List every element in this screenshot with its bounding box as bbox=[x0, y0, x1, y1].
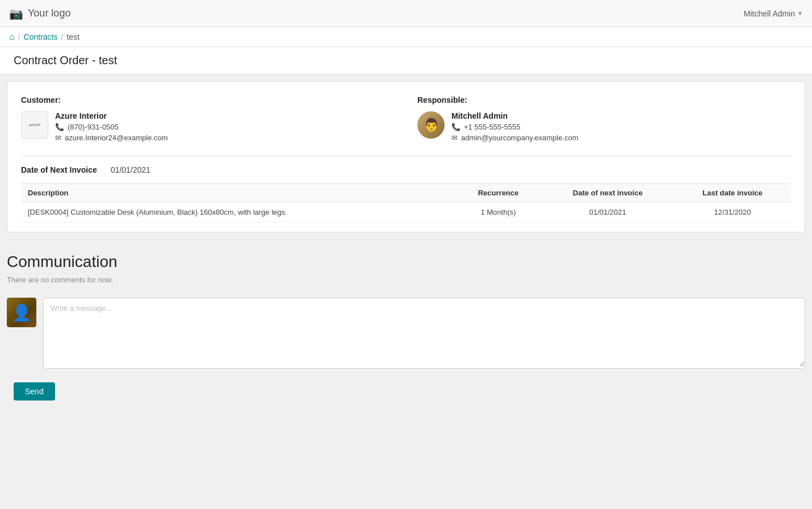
cell-description: [DESK0004] Customizable Desk (Aluminium,… bbox=[21, 202, 455, 223]
col-date-next: Date of next invoice bbox=[541, 184, 674, 202]
page-title: Contract Order - test bbox=[14, 54, 798, 67]
customer-name: Azure Interior bbox=[55, 111, 168, 120]
contact-section: Customer: azure Azure Interior 📞 (870)-9… bbox=[7, 82, 805, 156]
composer-avatar-image bbox=[7, 298, 36, 327]
page-title-bar: Contract Order - test bbox=[0, 47, 812, 74]
breadcrumb: ⌂ / Contracts / test bbox=[0, 27, 812, 47]
customer-email-line: ✉ azure.Interior24@example.com bbox=[55, 133, 168, 142]
chevron-down-icon: ▼ bbox=[797, 10, 803, 16]
customer-phone: (870)-931-0505 bbox=[68, 123, 119, 131]
send-button[interactable]: Send bbox=[14, 382, 55, 400]
message-area bbox=[7, 298, 805, 382]
customer-email: azure.Interior24@example.com bbox=[65, 133, 168, 142]
customer-phone-line: 📞 (870)-931-0505 bbox=[55, 123, 168, 131]
message-input-wrapper[interactable] bbox=[43, 298, 805, 369]
customer-details: Azure Interior 📞 (870)-931-0505 ✉ azure.… bbox=[55, 111, 168, 142]
breadcrumb-separator-1: / bbox=[18, 32, 20, 41]
responsible-avatar: 👨 bbox=[417, 111, 445, 139]
responsible-email: admin@yourcompany.example.com bbox=[461, 133, 579, 142]
azure-logo-text: azure bbox=[29, 123, 40, 128]
phone-icon-2: 📞 bbox=[451, 123, 461, 131]
avatar-icon: 👨 bbox=[424, 118, 439, 132]
invoice-date-value: 01/01/2021 bbox=[111, 165, 150, 174]
user-name: Mitchell Admin bbox=[744, 9, 795, 18]
invoice-section: Date of Next Invoice 01/01/2021 Descript… bbox=[7, 156, 805, 232]
customer-column: Customer: azure Azure Interior 📞 (870)-9… bbox=[21, 95, 395, 142]
camera-icon: 📷 bbox=[9, 7, 23, 20]
logo: 📷 Your logo bbox=[9, 7, 70, 20]
table-row: [DESK0004] Customizable Desk (Aluminium,… bbox=[21, 202, 791, 223]
user-menu[interactable]: Mitchell Admin ▼ bbox=[744, 9, 803, 18]
message-textarea[interactable] bbox=[44, 298, 805, 366]
communication-empty-message: There are no comments for now. bbox=[7, 276, 805, 284]
cell-recurrence: 1 Month(s) bbox=[455, 202, 542, 223]
breadcrumb-separator-2: / bbox=[61, 32, 63, 41]
phone-icon: 📞 bbox=[55, 123, 64, 131]
customer-label: Customer: bbox=[21, 95, 395, 105]
responsible-label: Responsible: bbox=[417, 95, 791, 105]
customer-info: azure Azure Interior 📞 (870)-931-0505 ✉ … bbox=[21, 111, 395, 142]
col-date-last: Last date invoice bbox=[674, 184, 791, 202]
responsible-phone: +1 555-555-5555 bbox=[464, 123, 520, 131]
contract-table: Description Recurrence Date of next invo… bbox=[21, 183, 791, 223]
responsible-name: Mitchell Admin bbox=[451, 111, 579, 120]
logo-text: Your logo bbox=[28, 7, 70, 19]
email-icon-2: ✉ bbox=[451, 133, 458, 142]
breadcrumb-contracts-link[interactable]: Contracts bbox=[24, 32, 58, 41]
responsible-info: 👨 Mitchell Admin 📞 +1 555-555-5555 ✉ adm… bbox=[417, 111, 791, 142]
col-recurrence: Recurrence bbox=[455, 184, 542, 202]
invoice-date-label: Date of Next Invoice bbox=[21, 165, 97, 174]
breadcrumb-current-page: test bbox=[66, 32, 79, 41]
main-content-card: Customer: azure Azure Interior 📞 (870)-9… bbox=[7, 81, 805, 232]
home-icon[interactable]: ⌂ bbox=[9, 32, 15, 42]
responsible-email-line: ✉ admin@yourcompany.example.com bbox=[451, 133, 579, 142]
table-header-row: Description Recurrence Date of next invo… bbox=[21, 184, 791, 202]
top-navigation: 📷 Your logo Mitchell Admin ▼ bbox=[0, 0, 812, 27]
customer-avatar: azure bbox=[21, 111, 48, 139]
composer-avatar bbox=[7, 298, 36, 327]
responsible-details: Mitchell Admin 📞 +1 555-555-5555 ✉ admin… bbox=[451, 111, 579, 142]
email-icon: ✉ bbox=[55, 133, 61, 142]
cell-date-last: 12/31/2020 bbox=[674, 202, 791, 223]
responsible-phone-line: 📞 +1 555-555-5555 bbox=[451, 123, 579, 131]
invoice-date-row: Date of Next Invoice 01/01/2021 bbox=[21, 165, 791, 174]
communication-title: Communication bbox=[7, 253, 805, 271]
responsible-column: Responsible: 👨 Mitchell Admin 📞 +1 555-5… bbox=[417, 95, 791, 142]
cell-date-next: 01/01/2021 bbox=[541, 202, 674, 223]
col-description: Description bbox=[21, 184, 455, 202]
communication-section: Communication There are no comments for … bbox=[0, 239, 812, 414]
